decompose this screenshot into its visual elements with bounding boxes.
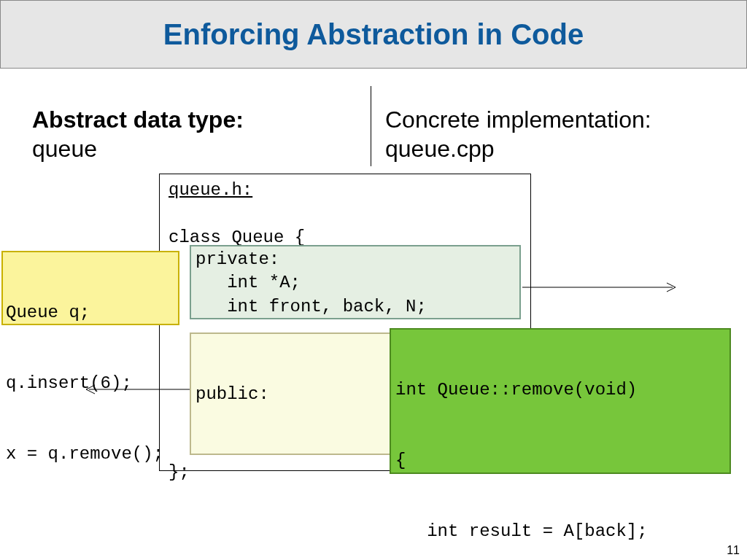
left-heading-bold: Abstract data type: [32,106,244,133]
right-heading-sub: queue.cpp [385,136,494,162]
private-section-box: private: int *A; int front, back, N; [190,245,521,319]
usage-code-box: Queue q; q.insert(6); x = q.remove(); [1,251,179,325]
code-line-class: class Queue { [169,228,305,247]
arrow-left-icon [80,382,190,397]
private-l3: int front, back, N; [196,295,515,319]
impl-l1: int Queue::remove(void) [395,378,725,402]
left-heading-sub: queue [32,136,97,162]
filename-label: queue.h: [169,180,252,200]
vertical-divider [371,86,371,166]
slide-title: Enforcing Abstraction in Code [163,18,584,51]
implementation-code-box: int Queue::remove(void) { int result = A… [390,328,731,474]
usage-l3: x = q.remove(); [6,443,175,466]
private-l2: int *A; [196,271,515,295]
right-heading-line1: Concrete implementation: [385,106,651,133]
left-heading: Abstract data type: queue [32,105,244,163]
right-heading: Concrete implementation: queue.cpp [385,105,651,163]
impl-l2: { [395,449,725,472]
title-bar: Enforcing Abstraction in Code [0,0,747,69]
arrow-right-icon [522,280,683,295]
usage-l1: Queue q; [6,301,175,324]
page-number: 11 [727,544,740,557]
private-l1: private: [196,248,515,271]
impl-l3: int result = A[back]; [395,520,725,543]
